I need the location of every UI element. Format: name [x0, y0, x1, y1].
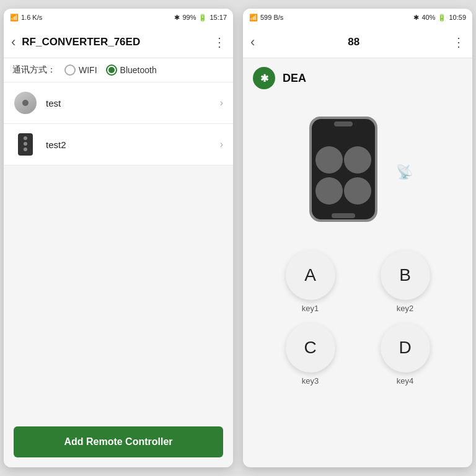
list-item[interactable]: test › — [4, 82, 233, 124]
bluetooth-radio[interactable] — [106, 64, 117, 76]
remote-svg — [303, 110, 384, 234]
device-name-1: test — [46, 98, 211, 108]
wifi-option[interactable]: WIFI — [64, 64, 97, 76]
back-button[interactable]: ‹ — [11, 34, 15, 50]
status-bar-left: 📶 1.6 K/s ✱ 99% 🔋 15:17 — [4, 9, 233, 26]
key-item-c: C key3 — [268, 323, 353, 386]
signal-tower-icon: 📡 — [396, 165, 413, 179]
battery-icon-right: 🔋 — [438, 14, 446, 22]
device-icon-1 — [14, 91, 37, 115]
radio-inner-dot — [108, 67, 115, 73]
bluetooth-label: Bluetooth — [120, 65, 157, 75]
signal-icon: 📶 — [10, 14, 19, 22]
remote-image — [303, 110, 384, 234]
device-brand: DEA — [283, 72, 306, 85]
time-display-right: 10:59 — [449, 14, 466, 21]
remote-dot — [24, 142, 27, 146]
key-b-label: key2 — [397, 304, 413, 313]
bluetooth-badge: ✱ — [253, 67, 275, 89]
comm-row: 通讯方式： WIFI Bluetooth — [4, 58, 233, 82]
status-left: 📶 1.6 K/s — [10, 14, 42, 22]
remote-visual: 📡 — [243, 98, 472, 240]
bluetooth-icon: ✱ — [174, 14, 180, 22]
svg-rect-7 — [332, 213, 355, 218]
remote-rect-icon — [18, 133, 33, 156]
wifi-radio[interactable] — [64, 64, 76, 76]
app-bar-left: ‹ RF_CONVERTER_76ED ⋮ — [4, 26, 233, 58]
comm-label: 通讯方式： — [12, 64, 56, 76]
key-c-button[interactable]: C — [286, 323, 335, 372]
keys-grid: A key1 B key2 C key3 D key4 — [243, 240, 472, 398]
key-a-button[interactable]: A — [286, 250, 335, 300]
svg-point-3 — [315, 146, 343, 174]
chevron-icon-2: › — [220, 139, 223, 150]
back-button-right[interactable]: ‹ — [250, 34, 255, 50]
key-d-label: key4 — [397, 376, 413, 386]
device-name-2: test2 — [46, 139, 211, 150]
wifi-waves: 📡 — [396, 165, 413, 179]
svg-point-6 — [344, 177, 371, 205]
device-list: test › test2 › — [4, 82, 233, 416]
more-button-right[interactable]: ⋮ — [452, 35, 465, 50]
key-c-label: key3 — [302, 376, 319, 386]
remote-round-icon — [14, 92, 37, 114]
data-speed-right: 599 B/s — [260, 14, 283, 21]
status-left-right: 📶 599 B/s — [249, 14, 283, 22]
device-icon-2 — [14, 133, 37, 156]
left-phone: 📶 1.6 K/s ✱ 99% 🔋 15:17 ‹ RF_CONVERTER_7… — [4, 9, 233, 467]
key-item-d: D key4 — [363, 323, 447, 386]
remote-dot — [24, 136, 27, 140]
data-speed: 1.6 K/s — [21, 14, 42, 21]
svg-point-5 — [315, 177, 343, 205]
page-title-left: RF_CONVERTER_76ED — [22, 36, 207, 48]
svg-point-4 — [344, 146, 371, 174]
battery-text-right: 40% — [421, 14, 435, 21]
remote-dot — [24, 148, 27, 151]
key-item-a: A key1 — [268, 250, 353, 313]
key-b-button[interactable]: B — [381, 250, 430, 300]
more-button-left[interactable]: ⋮ — [213, 35, 226, 50]
key-d-button[interactable]: D — [381, 323, 430, 372]
bluetooth-icon-right: ✱ — [413, 14, 419, 22]
battery-icon: 🔋 — [198, 14, 207, 22]
wifi-label: WIFI — [79, 65, 97, 75]
add-button-container: Add Remote Controller — [4, 416, 233, 467]
key-a-label: key1 — [302, 304, 319, 313]
chevron-icon-1: › — [220, 97, 223, 108]
time-display: 15:17 — [209, 14, 227, 21]
bluetooth-symbol: ✱ — [260, 73, 268, 84]
signal-icon-right: 📶 — [249, 14, 258, 22]
page-title-right: 88 — [261, 36, 446, 48]
bluetooth-option[interactable]: Bluetooth — [106, 64, 157, 76]
status-right: ✱ 99% 🔋 15:17 — [174, 14, 227, 22]
add-remote-controller-button[interactable]: Add Remote Controller — [14, 426, 223, 457]
right-phone: 📶 599 B/s ✱ 40% 🔋 10:59 ‹ 88 ⋮ ✱ DEA — [243, 9, 472, 467]
app-bar-right: ‹ 88 ⋮ — [243, 26, 472, 58]
svg-rect-2 — [334, 121, 353, 126]
status-right-right: ✱ 40% 🔋 10:59 — [413, 14, 466, 22]
device-header: ✱ DEA — [243, 58, 472, 98]
list-item[interactable]: test2 › — [4, 124, 233, 165]
battery-text: 99% — [182, 14, 196, 21]
key-item-b: B key2 — [363, 250, 447, 313]
status-bar-right: 📶 599 B/s ✱ 40% 🔋 10:59 — [243, 9, 472, 26]
